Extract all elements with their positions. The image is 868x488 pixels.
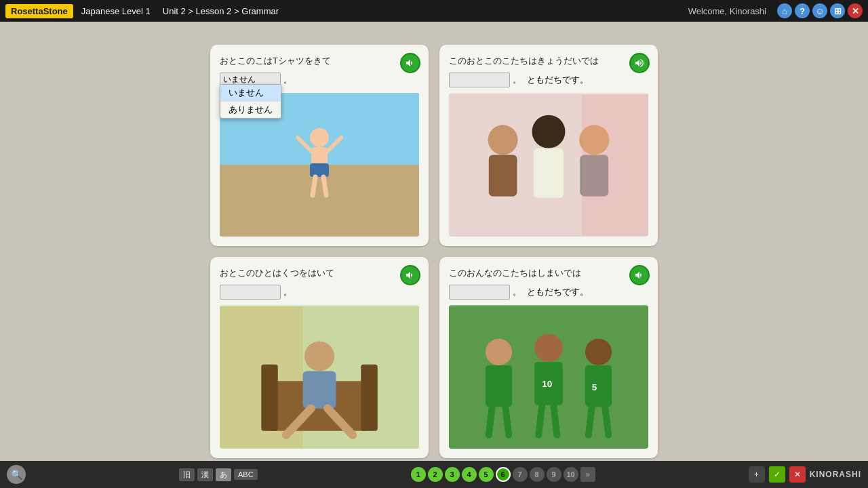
svg-rect-18 [261, 365, 278, 431]
user-button[interactable]: ☺ [812, 3, 827, 18]
card-2-sound-button[interactable] [629, 53, 650, 73]
card-3-image [220, 305, 419, 449]
page-6[interactable]: 6 [496, 467, 511, 482]
user-badge: KINORASHI [810, 470, 861, 479]
svg-line-38 [605, 407, 608, 435]
card-4-input-row: 。 ともだちです。 [449, 285, 648, 300]
card-4: このおんなのこたちはしまいでは 。 ともだちです。 [439, 257, 658, 458]
card-1-period: 。 [283, 74, 292, 86]
nav-text: Japanese Level 1 Unit 2 > Lesson 2 > Gra… [81, 6, 688, 16]
card-2-input-row: 。 ともだちです。 [449, 73, 648, 87]
svg-point-29 [534, 333, 563, 362]
main-content: おとこのこはTシャツをきて いません 。 いません ありません [0, 22, 868, 461]
page-nav: 1 2 3 4 5 6 7 8 9 10 » [411, 467, 595, 482]
svg-rect-35 [585, 365, 612, 407]
svg-rect-26 [486, 365, 512, 407]
svg-rect-19 [361, 365, 378, 431]
svg-rect-21 [303, 371, 336, 408]
cards-grid: おとこのこはTシャツをきて いません 。 いません ありません [210, 45, 658, 438]
svg-point-0 [310, 128, 329, 147]
svg-line-33 [553, 405, 557, 435]
card-4-answer-box[interactable] [449, 285, 510, 300]
card-4-extra-text: ともだちです。 [527, 286, 589, 298]
home-button[interactable]: ⌂ [777, 3, 792, 18]
svg-line-32 [538, 405, 542, 435]
logo: RosettaStone [5, 4, 73, 18]
card-3-input-row: 。 [220, 285, 419, 300]
girls-soccer-image: 10 5 [449, 305, 648, 449]
card-2-image [449, 93, 648, 237]
page-9[interactable]: 9 [547, 467, 561, 482]
card-3: おとこのひとはくつをはいて 。 [210, 257, 429, 458]
lang-button-hiragana[interactable]: あ [216, 468, 231, 481]
svg-line-28 [505, 407, 509, 435]
svg-rect-14 [582, 94, 648, 235]
svg-point-10 [532, 115, 566, 148]
card-4-sound-button[interactable] [629, 265, 650, 285]
welcome-text: Welcome, Kinorashi [688, 6, 766, 16]
lang-button-old[interactable]: 旧 [179, 468, 195, 481]
svg-text:5: 5 [592, 382, 597, 392]
card-2-answer-box[interactable] [449, 73, 510, 87]
search-button[interactable]: 🔍 [7, 465, 26, 484]
card-1: おとこのこはTシャツをきて いません 。 いません ありません [210, 45, 429, 246]
card-2: このおとこのこたちはきょうだいでは 。 ともだちです。 [439, 45, 658, 246]
page-2[interactable]: 2 [428, 467, 443, 482]
card-4-text: このおんなのこたちはしまいでは [449, 266, 648, 281]
cross-button[interactable]: ✕ [789, 466, 806, 483]
svg-rect-2 [310, 163, 329, 177]
page-1[interactable]: 1 [411, 467, 426, 482]
card-2-text: このおとこのこたちはきょうだいでは [449, 54, 648, 68]
plus-button[interactable]: + [749, 466, 765, 483]
card-3-sound-button[interactable] [400, 265, 420, 285]
next-page-button[interactable]: » [580, 467, 595, 482]
card-3-answer-box[interactable] [220, 285, 281, 300]
card-4-period: 。 [513, 286, 521, 298]
svg-line-27 [489, 407, 492, 435]
card-4-image: 10 5 [449, 305, 648, 449]
breadcrumb: Unit 2 > Lesson 2 > Grammar [163, 6, 279, 16]
level-text: Japanese Level 1 [81, 6, 151, 16]
dropdown-item-1[interactable]: いません [220, 85, 281, 102]
svg-rect-11 [534, 148, 564, 198]
card-1-text: おとこのこはTシャツをきて [220, 54, 419, 68]
top-bar: RosettaStone Japanese Level 1 Unit 2 > L… [0, 0, 868, 22]
card-3-text: おとこのひとはくつをはいて [220, 266, 419, 281]
lang-buttons: 旧 漢 あ ABC [179, 468, 258, 481]
svg-line-37 [589, 407, 592, 435]
settings-button[interactable]: ⊞ [830, 3, 845, 18]
close-button[interactable]: ✕ [848, 3, 863, 18]
right-controls: + ✓ ✕ KINORASHI [749, 466, 861, 483]
svg-line-4 [328, 138, 341, 151]
card-3-period: 。 [283, 286, 292, 298]
help-button[interactable]: ? [795, 3, 810, 18]
man-chair-image [220, 305, 419, 449]
lang-button-kanji[interactable]: 漢 [197, 468, 213, 481]
svg-point-25 [486, 339, 512, 365]
page-3[interactable]: 3 [445, 467, 460, 482]
svg-text:10: 10 [542, 379, 552, 389]
check-button[interactable]: ✓ [769, 466, 785, 483]
page-8[interactable]: 8 [530, 467, 545, 482]
page-7[interactable]: 7 [513, 467, 528, 482]
lang-button-abc[interactable]: ABC [234, 469, 258, 480]
bottom-bar: 🔍 旧 漢 あ ABC 1 2 3 4 5 6 7 8 9 10 » + ✓ ✕… [0, 461, 868, 488]
svg-line-5 [313, 177, 315, 195]
page-10[interactable]: 10 [564, 467, 578, 482]
card-2-extra-text: ともだちです。 [527, 74, 589, 86]
page-5[interactable]: 5 [479, 467, 494, 482]
svg-line-3 [298, 138, 311, 151]
dropdown-item-2[interactable]: ありません [220, 102, 281, 118]
svg-point-20 [304, 341, 334, 371]
card-1-sound-button[interactable] [400, 53, 420, 73]
svg-point-34 [585, 339, 612, 365]
svg-point-8 [488, 125, 518, 155]
svg-rect-9 [489, 155, 517, 196]
page-4[interactable]: 4 [462, 467, 477, 482]
card-2-period: 。 [513, 74, 521, 86]
svg-line-6 [323, 177, 326, 195]
kids-group-image [449, 93, 648, 237]
card-1-dropdown[interactable]: いません ありません [220, 84, 281, 119]
